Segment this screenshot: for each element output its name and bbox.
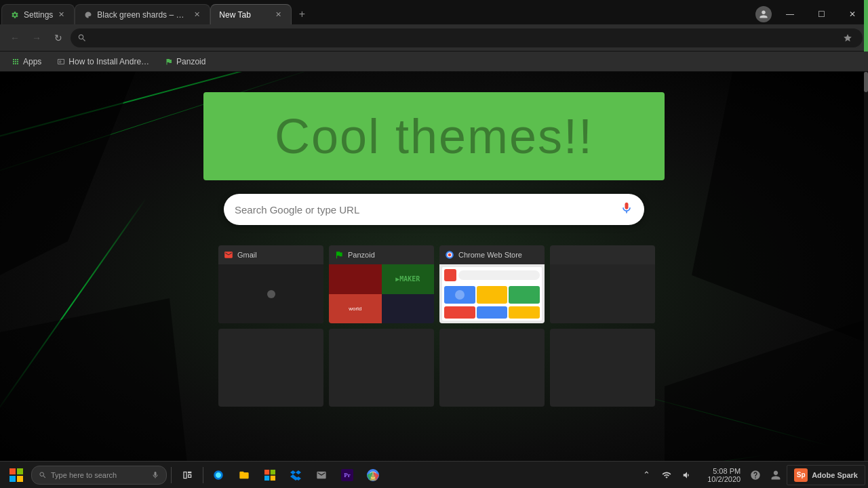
- bookmark-apps[interactable]: Apps: [7, 56, 45, 68]
- svg-rect-8: [271, 470, 275, 474]
- gmail-label: Gmail: [237, 251, 257, 259]
- search-icon: [77, 33, 87, 43]
- tab-new-tab[interactable]: New Tab ✕: [210, 4, 292, 24]
- app-tile-empty5[interactable]: [550, 329, 655, 407]
- app-tile-panzoid[interactable]: Panzoid ▶MAKER world: [329, 245, 434, 323]
- tray-user-icon[interactable]: [766, 466, 785, 485]
- tray-chevron[interactable]: ⌃: [637, 466, 656, 485]
- windows-logo: [9, 468, 23, 482]
- taskbar-clock[interactable]: 5:08 PM 10/2/2020: [703, 467, 745, 483]
- chrome-button[interactable]: [361, 463, 385, 487]
- panzoid-tile-header: Panzoid: [329, 245, 434, 264]
- scrollbar-track[interactable]: [864, 72, 868, 488]
- url-input[interactable]: [91, 33, 835, 43]
- start-button[interactable]: [3, 462, 30, 489]
- apps-grid: Gmail Panzoid ▶MAKER: [218, 245, 650, 407]
- back-button[interactable]: ←: [5, 28, 24, 47]
- adobe-logo: Sp: [794, 468, 808, 482]
- dropbox-button[interactable]: [283, 463, 308, 487]
- clock-time: 5:08 PM: [707, 467, 741, 475]
- system-tray: ⌃: [631, 466, 702, 485]
- tray-help-icon[interactable]: [746, 466, 765, 485]
- top-right-green-accent: [864, 0, 868, 24]
- bookmark-star[interactable]: [840, 30, 856, 46]
- tab-settings[interactable]: Settings ✕: [1, 4, 75, 24]
- premiere-button[interactable]: Pr: [335, 463, 359, 487]
- mail-button[interactable]: [309, 463, 334, 487]
- apps-grid-icon: [11, 57, 20, 66]
- gmail-tile-header: Gmail: [218, 245, 323, 264]
- cws-preview: [439, 264, 545, 323]
- window-controls: — ☐ ✕: [774, 4, 868, 24]
- tray-network-icon[interactable]: [657, 466, 676, 485]
- taskbar: Type here to search: [0, 461, 868, 488]
- new-tab-button[interactable]: +: [292, 4, 312, 24]
- profile-icon[interactable]: [755, 6, 772, 22]
- settings-tab-icon: [10, 10, 20, 20]
- settings-tab-close[interactable]: ✕: [57, 9, 66, 20]
- svg-rect-6: [17, 476, 23, 482]
- toolbar-right-green: [864, 24, 868, 52]
- theme-tab-icon: [83, 10, 93, 20]
- search-box: [224, 194, 644, 225]
- panzoid-bookmark-icon: [164, 57, 174, 66]
- bookmarks-bar: Apps How to Install Andre… Panzoid: [0, 52, 868, 72]
- mic-icon[interactable]: [620, 201, 633, 218]
- settings-tab-label: Settings: [24, 10, 53, 20]
- taskbar-divider2: [203, 467, 203, 483]
- center-content: Cool themes!! Gmail: [203, 92, 665, 407]
- svg-rect-4: [17, 468, 23, 474]
- empty3-preview: [329, 329, 434, 407]
- app-tile-empty3[interactable]: [329, 329, 434, 407]
- panzoid-label: Panzoid: [348, 251, 375, 259]
- theme-tab-close[interactable]: ✕: [193, 9, 201, 20]
- taskbar-search[interactable]: Type here to search: [31, 466, 167, 485]
- scrollbar-thumb[interactable]: [864, 72, 868, 92]
- tab-black-green[interactable]: Black green shards – Ch… ✕: [75, 4, 210, 24]
- address-bar: [71, 28, 863, 47]
- empty4-preview: [439, 329, 545, 407]
- bookmark-how-to-install[interactable]: How to Install Andre…: [52, 56, 153, 68]
- search-input[interactable]: [235, 204, 613, 216]
- empty1-header: [550, 245, 655, 264]
- taskbar-search-placeholder: Type here to search: [51, 471, 117, 479]
- app-tile-empty2[interactable]: [218, 329, 323, 407]
- cws-icon: [445, 250, 454, 260]
- cws-label: Chrome Web Store: [458, 251, 522, 259]
- app-tile-empty1[interactable]: [550, 245, 655, 323]
- app-tile-empty4[interactable]: [439, 329, 545, 407]
- terminal-icon: [56, 57, 66, 66]
- dark-poly-bottomleft: [0, 298, 190, 488]
- task-view-button[interactable]: [176, 463, 200, 487]
- svg-rect-3: [9, 468, 16, 474]
- app-tile-gmail[interactable]: Gmail: [218, 245, 323, 323]
- edge-button[interactable]: [206, 463, 231, 487]
- panzoid-bookmark-label: Panzoid: [176, 57, 205, 66]
- svg-rect-7: [264, 470, 269, 474]
- reload-button[interactable]: ↻: [49, 28, 68, 47]
- panzoid-icon: [334, 250, 344, 260]
- file-explorer-button[interactable]: [232, 463, 256, 487]
- banner-text: Cool themes!!: [275, 108, 593, 164]
- taskbar-search-icon: [39, 471, 47, 479]
- forward-button[interactable]: →: [27, 28, 46, 47]
- clock-date: 10/2/2020: [707, 475, 741, 483]
- svg-point-2: [448, 253, 452, 257]
- panzoid-preview: ▶MAKER world: [329, 264, 434, 323]
- taskbar-mic-icon[interactable]: [151, 471, 159, 479]
- tray-volume-icon[interactable]: [677, 466, 696, 485]
- bookmark-panzoid[interactable]: Panzoid: [160, 56, 210, 68]
- banner: Cool themes!!: [203, 92, 665, 180]
- cws-tile-header: Chrome Web Store: [439, 245, 545, 264]
- adobe-spark-badge[interactable]: Sp Adobe Spark: [787, 465, 865, 485]
- empty1-preview: [550, 264, 655, 323]
- minimize-button[interactable]: —: [774, 4, 806, 24]
- maximize-button[interactable]: ☐: [806, 4, 837, 24]
- app-tile-cws[interactable]: Chrome Web Store: [439, 245, 545, 323]
- gmail-dot: [267, 290, 275, 298]
- theme-tab-label: Black green shards – Ch…: [97, 10, 189, 20]
- svg-rect-5: [9, 476, 16, 482]
- store-button[interactable]: [258, 463, 282, 487]
- new-tab-close[interactable]: ✕: [274, 9, 283, 20]
- how-to-install-label: How to Install Andre…: [68, 57, 149, 66]
